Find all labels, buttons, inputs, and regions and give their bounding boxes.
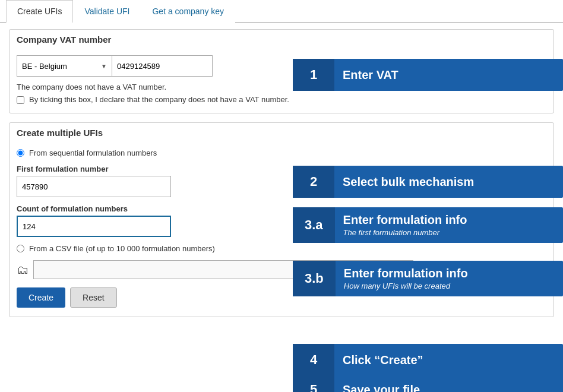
no-vat-checkbox[interactable]	[17, 96, 24, 104]
radio-sequential-label: From sequential formulation numbers	[29, 148, 157, 157]
step-block-2: 2Select bulk mechanism	[293, 166, 563, 198]
main-container: Create UFIs Validate UFI Get a company k…	[0, 0, 563, 392]
step-text-5: Save your file	[334, 377, 428, 393]
radio-sequential[interactable]	[17, 149, 24, 157]
tab-bar: Create UFIs Validate UFI Get a company k…	[0, 0, 563, 23]
vat-input[interactable]	[112, 55, 213, 77]
step-num-4: 4	[293, 344, 334, 376]
step-main-label: Click “Create”	[343, 353, 423, 367]
step-num-1: 1	[293, 59, 334, 91]
country-select-wrapper: BE - Belgium	[17, 55, 112, 77]
radio-csv-label: From a CSV file (of up to 10 000 formula…	[29, 244, 215, 253]
no-vat-checkbox-label: By ticking this box, I declare that the …	[29, 95, 289, 104]
step-block-4: 4Click “Create”	[293, 344, 563, 376]
create-button[interactable]: Create	[17, 287, 65, 308]
step-num-3a: 3.a	[293, 207, 335, 243]
first-formulation-input[interactable]	[17, 176, 171, 197]
step-sub-label: The first formulation number	[343, 228, 467, 237]
checkbox-row: By ticking this box, I declare that the …	[17, 95, 546, 104]
step-text-3b: Enter formulation infoHow many UFIs will…	[336, 261, 476, 296]
tab-get-company-key[interactable]: Get a company key	[141, 0, 235, 23]
step-main-label: Enter formulation info	[344, 267, 468, 280]
radio-csv-row: From a CSV file (of up to 10 000 formula…	[17, 244, 546, 253]
vat-section-title: Company VAT number	[10, 30, 553, 49]
radio-csv[interactable]	[17, 245, 24, 252]
step-num-3b: 3.b	[293, 261, 336, 296]
step-text-4: Click “Create”	[334, 347, 432, 373]
step-sub-label: How many UFIs will be created	[344, 282, 468, 290]
step-block-1: 1Enter VAT	[293, 59, 563, 91]
step-main-label: Select bulk mechanism	[343, 175, 474, 189]
step-block-5: 5Save your file	[293, 374, 563, 392]
tab-validate-ufi[interactable]: Validate UFI	[73, 0, 141, 23]
file-folder-icon[interactable]: 🗂	[17, 263, 29, 277]
reset-button[interactable]: Reset	[70, 287, 117, 308]
step-text-2: Select bulk mechanism	[334, 169, 482, 195]
tab-create-ufis[interactable]: Create UFIs	[6, 0, 73, 23]
step-block-3b: 3.bEnter formulation infoHow many UFIs w…	[293, 261, 563, 296]
step-block-3a: 3.aEnter formulation infoThe first formu…	[293, 207, 563, 243]
step-num-5: 5	[293, 374, 334, 392]
radio-sequential-row: From sequential formulation numbers	[17, 148, 546, 157]
step-text-3a: Enter formulation infoThe first formulat…	[335, 207, 476, 243]
main-content: Company VAT number BE - Belgium The comp…	[0, 23, 563, 332]
country-select[interactable]: BE - Belgium	[17, 55, 112, 77]
step-main-label: Enter formulation info	[343, 213, 467, 227]
ufi-section-title: Create multiple UFIs	[10, 123, 553, 143]
step-num-2: 2	[293, 166, 334, 198]
step-text-1: Enter VAT	[334, 62, 407, 88]
step-main-label: Save your file	[343, 383, 420, 393]
step-main-label: Enter VAT	[343, 68, 398, 82]
count-input[interactable]	[17, 216, 171, 237]
